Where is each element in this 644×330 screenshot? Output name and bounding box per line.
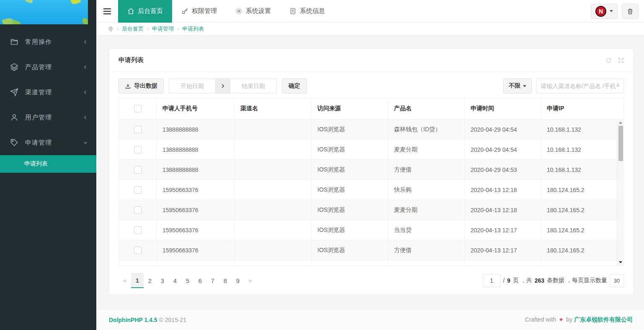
tab-system-info[interactable]: 系统信息 [280, 0, 334, 23]
prev-page-button[interactable]: « [118, 273, 131, 288]
page-button-1[interactable]: 1 [131, 273, 144, 288]
column-header-product: 产品名 [388, 98, 465, 120]
breadcrumb-item-applications[interactable]: 申请管理 [152, 25, 174, 33]
table-row: 15950663376 IOS浏览器 快乐购 2020-04-13 12:18 … [119, 180, 624, 200]
card-header: 申请列表 [109, 49, 633, 72]
date-range-arrow-button[interactable] [216, 78, 230, 94]
cell-product: 麦麦分期 [388, 200, 465, 220]
select-all-checkbox[interactable] [134, 105, 142, 112]
sidebar-item-users[interactable]: 用户管理 [0, 105, 96, 130]
cell-time: 2020-04-13 12:17 [465, 240, 541, 260]
table-header-row: 申请人手机号 渠道名 访问来源 产品名 申请时间 申请IP [119, 98, 624, 120]
tab-label: 系统信息 [300, 7, 325, 15]
sidebar-item-label: 用户管理 [25, 114, 83, 122]
cell-phone [157, 260, 234, 266]
tag-icon [10, 138, 18, 147]
table-viewport: 申请人手机号 渠道名 访问来源 产品名 申请时间 申请IP 1 [118, 98, 624, 266]
row-checkbox[interactable] [134, 146, 142, 153]
page-size-input[interactable] [610, 274, 624, 287]
sidebar-item-label: 常用操作 [25, 38, 83, 46]
application-list-card: 申请列表 导出数据 [109, 48, 634, 295]
filter-dropdown-button[interactable]: 不限 [503, 78, 532, 94]
sidebar-item-channels[interactable]: 渠道管理 [0, 80, 96, 105]
cell-time: 2020-04-29 04:53 [465, 160, 541, 180]
breadcrumb-item-application-list[interactable]: 申请列表 [182, 25, 204, 33]
pager: « 1 2 3 4 5 6 7 8 9 » [118, 273, 257, 288]
tab-dashboard[interactable]: 后台首页 [118, 0, 172, 23]
footer-company-link[interactable]: 广东卓锐软件有限公司 [574, 316, 633, 323]
chevron-left-icon [83, 39, 88, 44]
table-scrollbar[interactable] [617, 120, 624, 265]
next-page-button[interactable]: » [244, 273, 257, 288]
layers-icon [10, 63, 18, 71]
table-row: 13888888888 IOS浏览器 麦麦分期 2020-04-29 04:54… [119, 140, 624, 160]
page-button-5[interactable]: 5 [181, 273, 194, 288]
send-icon [10, 88, 18, 96]
fullscreen-icon[interactable] [618, 57, 624, 63]
footer-brand-link[interactable]: DolphinPHP 1.4.5 [109, 317, 157, 323]
cell-ip [541, 260, 624, 266]
cell-channel [234, 220, 312, 240]
cell-time: 2020-04-29 04:54 [465, 140, 541, 160]
tab-permissions[interactable]: 权限管理 [172, 0, 226, 23]
application-table: 申请人手机号 渠道名 访问来源 产品名 申请时间 申请IP 1 [118, 98, 624, 266]
sidebar-subitem-application-list[interactable]: 申请列表 [0, 155, 96, 173]
page-button-9[interactable]: 9 [232, 273, 244, 288]
sidebar-item-products[interactable]: 产品管理 [0, 55, 96, 80]
start-date-input[interactable] [169, 78, 216, 94]
heart-icon: ♥ [559, 316, 563, 323]
sidebar-item-common-ops[interactable]: 常用操作 [0, 29, 96, 55]
cell-product: 快乐购 [388, 180, 465, 200]
cell-product: 方便借 [388, 160, 465, 180]
sidebar-item-label: 产品管理 [25, 63, 83, 71]
row-checkbox[interactable] [134, 186, 142, 194]
page-button-3[interactable]: 3 [156, 273, 169, 288]
footer: DolphinPHP 1.4.5 © 2015-21 Crafted with … [96, 309, 644, 330]
sidebar-item-applications[interactable]: 申请管理 [0, 130, 96, 155]
row-checkbox[interactable] [134, 206, 142, 214]
row-checkbox[interactable] [134, 226, 142, 234]
export-data-button[interactable]: 导出数据 [118, 78, 164, 94]
clear-cache-button[interactable] [622, 4, 639, 19]
footer-right: Crafted with ♥ by 广东卓锐软件有限公司 [525, 316, 633, 324]
row-checkbox[interactable] [134, 126, 142, 133]
row-checkbox[interactable] [134, 166, 142, 174]
cell-source: IOS浏览器 [312, 120, 388, 140]
page-button-6[interactable]: 6 [194, 273, 206, 288]
cell-phone: 13888888888 [157, 120, 234, 140]
page-button-4[interactable]: 4 [169, 273, 181, 288]
cell-source: IOS浏览器 [312, 140, 388, 160]
breadcrumb-item-dashboard[interactable]: 后台首页 [122, 25, 144, 33]
cell-product: 当当贷 [388, 220, 465, 240]
confirm-button[interactable]: 确定 [282, 78, 307, 94]
page-button-2[interactable]: 2 [144, 273, 156, 288]
row-checkbox[interactable] [134, 247, 142, 254]
page-button-8[interactable]: 8 [219, 273, 232, 288]
cell-channel [234, 200, 312, 220]
scrollbar-down-icon[interactable] [619, 261, 622, 263]
cell-channel [234, 140, 312, 160]
user-menu-button[interactable]: N [591, 4, 618, 19]
main-area: 后台首页 权限管理 系统设置 系统信息 N [96, 0, 644, 330]
scrollbar-thumb[interactable] [618, 126, 623, 161]
current-page-input[interactable] [483, 274, 500, 287]
pagination-bar: « 1 2 3 4 5 6 7 8 9 » / [118, 273, 624, 288]
refresh-icon[interactable] [605, 57, 611, 63]
table-row: 15950663376 IOS浏览器 方便借 2020-04-13 12:17 … [119, 240, 624, 260]
table-row: 15950663376 IOS浏览器 当当贷 2020-04-13 12:17 … [119, 220, 624, 240]
search-input[interactable] [536, 78, 624, 94]
cell-channel [234, 240, 312, 260]
chevron-down-icon [83, 140, 88, 145]
scrollbar-up-icon[interactable] [619, 122, 622, 124]
cell-phone: 13888888888 [157, 160, 234, 180]
hamburger-menu-icon[interactable] [96, 0, 118, 23]
end-date-input[interactable] [230, 78, 277, 94]
page-button-7[interactable]: 7 [206, 273, 219, 288]
filter-label: 不限 [509, 82, 520, 90]
cell-phone: 15950663376 [157, 180, 234, 200]
tab-system-settings[interactable]: 系统设置 [226, 0, 280, 23]
cell-source: IOS浏览器 [312, 180, 388, 200]
download-icon [125, 83, 131, 89]
sidebar: 常用操作 产品管理 渠道管理 [0, 0, 96, 330]
breadcrumb: › 后台首页 › 申请管理 › 申请列表 [96, 23, 644, 36]
